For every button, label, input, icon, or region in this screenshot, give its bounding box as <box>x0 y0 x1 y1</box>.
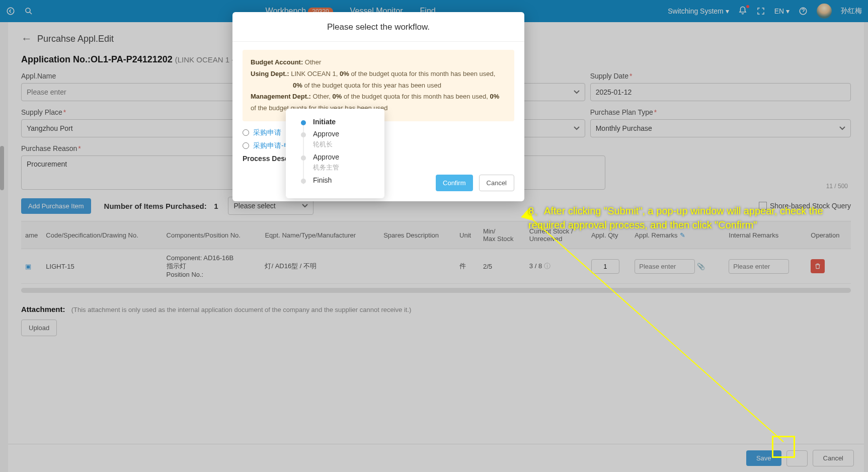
step-initiate: Initiate <box>301 118 374 126</box>
step-approve-1: Approve轮机长 <box>301 130 374 149</box>
step-finish: Finish <box>301 176 374 184</box>
annotation-text: 8、After clicking "Submit", a pop-up wind… <box>528 204 840 232</box>
annotation-highlight-box <box>772 436 795 458</box>
confirm-button[interactable]: Confirm <box>436 175 473 191</box>
modal-cancel-button[interactable]: Cancel <box>479 175 514 191</box>
modal-title: Please select the workflow. <box>232 12 524 42</box>
workflow-steps-popover: Initiate Approve轮机长 Approve机务主管 Finish <box>286 109 384 198</box>
step-approve-2: Approve机务主管 <box>301 153 374 172</box>
